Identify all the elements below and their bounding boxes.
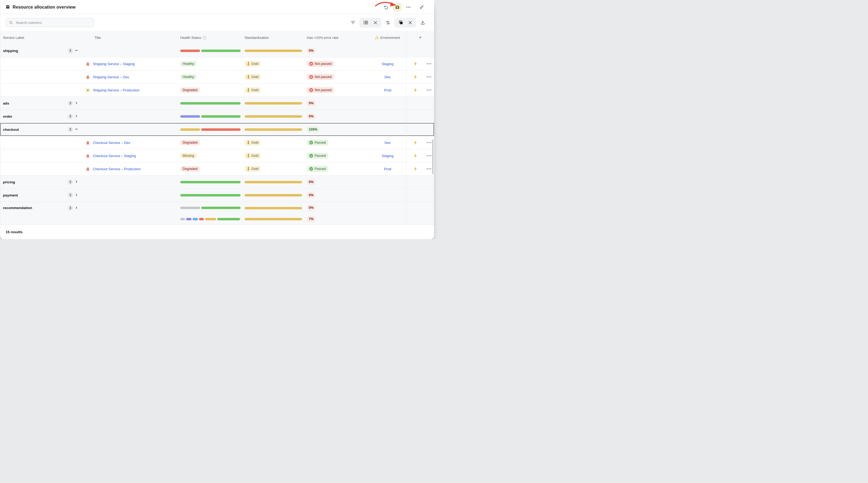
group-row-recommendation[interactable]: recommendation 3 0% (0, 202, 434, 214)
column-header-health-status[interactable]: Health Statusi (177, 36, 243, 40)
column-header-standardization[interactable]: Standardization (243, 36, 305, 40)
group-count-badge: 3 (68, 100, 73, 106)
chevron-right-icon (75, 115, 78, 118)
service-row[interactable]: Shipping Service – Production Degraded G… (0, 84, 434, 97)
table-header-row: Service Label Title Health Statusi Stand… (0, 31, 434, 44)
add-column-button[interactable]: + (406, 31, 434, 44)
summary-row[interactable]: 7% (0, 214, 434, 224)
service-row[interactable]: Checkout Service – Staging Missing Gold … (0, 149, 434, 162)
service-row[interactable]: Checkout Service – Production Degraded G… (0, 162, 434, 175)
service-title-link[interactable]: Checkout Service – Staging (93, 154, 136, 158)
info-icon[interactable]: i (203, 36, 206, 39)
check-circle-icon (309, 141, 313, 144)
error-rate-badge: 0% (307, 192, 315, 198)
error-rate-badge: 7% (307, 216, 315, 222)
standardization-bar (243, 217, 305, 221)
group-row-shipping[interactable]: shipping 3 0% (0, 44, 434, 57)
service-title-link[interactable]: Shipping Service – Production (93, 88, 140, 92)
column-header-environment[interactable]: Environment (369, 36, 406, 40)
service-title-link[interactable]: Checkout Service – Dev (93, 141, 130, 145)
environment-link[interactable]: Prod (384, 88, 391, 92)
search-columns-box[interactable] (6, 18, 94, 27)
environment-link[interactable]: Prod (384, 167, 391, 171)
group-expand-toggle[interactable] (75, 127, 78, 132)
column-header-service-label[interactable]: Service Label (0, 36, 84, 40)
row-more-button[interactable] (426, 61, 432, 67)
group-expand-toggle[interactable] (75, 180, 78, 184)
health-bar (177, 102, 243, 104)
group-count-badge: 3 (68, 114, 73, 119)
table-toolbar (0, 14, 434, 31)
collapse-button[interactable] (417, 3, 426, 11)
row-actions (406, 110, 434, 123)
filter-icon[interactable] (349, 19, 357, 26)
sort-icon[interactable] (384, 19, 392, 26)
group-expand-toggle[interactable] (75, 48, 78, 53)
group-label: payment (3, 193, 18, 197)
group-expand-toggle[interactable] (75, 193, 78, 197)
environment-link[interactable]: Dev (384, 75, 391, 79)
group-row-checkout[interactable]: checkout 3 100% (0, 123, 434, 136)
column-header-title[interactable]: Title (84, 36, 177, 40)
gold-medal-icon (247, 154, 250, 158)
undo-button[interactable] (382, 3, 390, 11)
service-row[interactable]: Shipping Service – Staging Healthy Gold … (0, 57, 434, 70)
service-title-link[interactable]: Shipping Service – Staging (93, 62, 135, 66)
row-actions (406, 149, 434, 162)
group-count-badge: 3 (68, 192, 73, 198)
environment-link[interactable]: Staging (382, 62, 394, 66)
error-check-badge: Not passed (307, 61, 334, 67)
error-rate-badge: 100% (307, 127, 319, 133)
group-row-order[interactable]: order 3 0% (0, 110, 434, 123)
group-row-payment[interactable]: payment 3 0% (0, 189, 434, 202)
group-expand-toggle[interactable] (75, 205, 78, 211)
row-more-button[interactable] (426, 166, 432, 172)
save-view-button[interactable] (393, 3, 402, 11)
group-row-ads[interactable]: ads 3 0% (0, 97, 434, 110)
automation-bolt-icon (414, 140, 417, 145)
health-status-badge: Degraded (180, 166, 200, 172)
row-actions (406, 175, 434, 188)
group-row-pricing[interactable]: pricing 3 0% (0, 175, 434, 189)
automation-bolt-button[interactable] (412, 166, 419, 172)
service-row[interactable]: Checkout Service – Dev Degraded Gold Pas… (0, 136, 434, 149)
automation-bolt-icon (414, 62, 417, 66)
row-more-button[interactable] (426, 74, 432, 80)
standardization-bar (243, 127, 305, 132)
automation-bolt-button[interactable] (412, 74, 419, 80)
group-expand-toggle[interactable] (75, 114, 78, 119)
row-more-button[interactable] (426, 153, 432, 159)
more-menu-button[interactable] (404, 3, 412, 11)
automation-bolt-button[interactable] (412, 153, 419, 159)
vertical-scrollbar[interactable] (432, 139, 433, 174)
service-logo-icon (86, 88, 90, 93)
health-status-badge: Degraded (180, 140, 200, 146)
environment-link[interactable]: Dev (384, 141, 391, 145)
gold-medal-icon (247, 88, 250, 92)
chevron-down-icon (75, 128, 78, 131)
group-expand-toggle[interactable] (75, 101, 78, 106)
clear-grouping-icon[interactable] (372, 19, 379, 26)
automation-bolt-button[interactable] (412, 139, 419, 146)
automation-bolt-icon (414, 167, 417, 171)
stack-by-icon[interactable] (397, 19, 404, 26)
column-header-error-rate[interactable]: Has <15% error rate (305, 36, 369, 40)
error-rate-badge: 0% (307, 114, 315, 120)
row-actions (406, 44, 434, 57)
service-title-link[interactable]: Shipping Service – Dev (93, 75, 129, 79)
service-title-link[interactable]: Checkout Service – Production (93, 167, 141, 171)
download-icon[interactable] (419, 19, 427, 26)
automation-bolt-button[interactable] (412, 87, 419, 93)
row-grouping-icon[interactable] (362, 19, 369, 26)
service-row[interactable]: Shipping Service – Dev Healthy Gold Not … (0, 70, 434, 84)
row-more-icon (427, 155, 431, 156)
table-footer: 15 results (0, 224, 434, 239)
automation-bolt-button[interactable] (412, 61, 419, 67)
group-label: pricing (3, 180, 15, 184)
error-rate-badge: 0% (307, 48, 315, 54)
clear-stack-icon[interactable] (406, 19, 414, 26)
row-more-button[interactable] (426, 87, 432, 93)
search-columns-input[interactable] (15, 20, 91, 25)
environment-link[interactable]: Staging (382, 154, 394, 158)
row-more-button[interactable] (426, 139, 432, 146)
